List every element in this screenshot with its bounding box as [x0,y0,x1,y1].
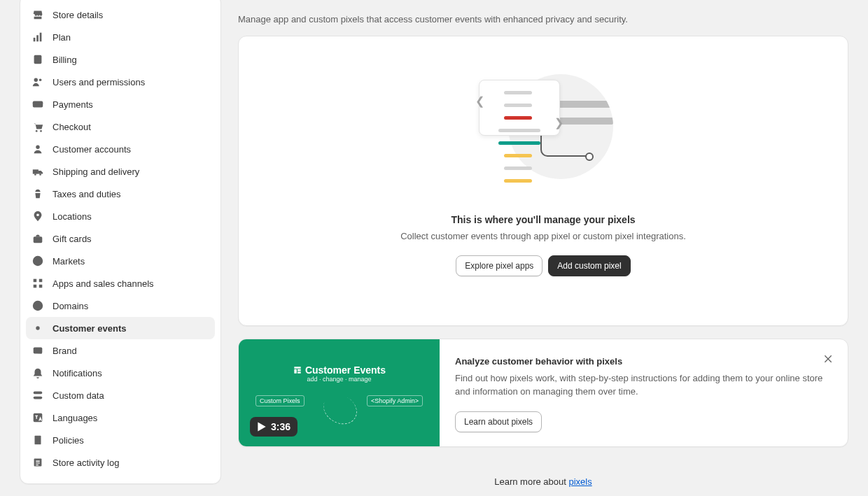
sidebar-item-label: Plan [52,32,71,43]
learn-more-footer: Learn more about pixels [238,476,848,487]
main-content: Pixels Manage app and custom pixels that… [221,0,868,496]
domains-icon [31,299,44,312]
billing-icon [31,53,44,66]
customer-accounts-icon [31,143,44,155]
page-subtitle: Manage app and custom pixels that access… [238,14,848,24]
promo-text: Find out how pixels work, with step-by-s… [455,372,832,399]
close-promo-button[interactable] [818,349,838,369]
sidebar-item-label: Custom data [52,390,104,401]
sidebar-item-domains[interactable]: Domains [26,295,215,317]
pixels-illustration: ❮ ❯ [480,74,606,179]
plan-icon [31,31,44,43]
taxes-icon [31,187,44,200]
sidebar-item-label: Taxes and duties [52,189,121,199]
sidebar-item-label: Policies [52,435,84,446]
promo-video-thumbnail[interactable]: Customer Events add · change · manage Cu… [239,339,440,446]
sidebar-item-label: Languages [52,413,97,423]
settings-sidebar: Store detailsPlanBillingUsers and permis… [0,0,221,496]
pixels-empty-state: ❮ ❯ This is where you'll manage your pix… [238,36,848,326]
sidebar-item-shipping[interactable]: Shipping and delivery [26,160,215,183]
sidebar-item-label: Billing [52,55,77,65]
sidebar-item-taxes[interactable]: Taxes and duties [26,183,215,205]
svg-marker-0 [258,423,265,430]
sidebar-item-label: Notifications [52,368,102,378]
sidebar-item-label: Domains [52,301,88,311]
sidebar-item-activity-log[interactable]: Store activity log [26,451,215,474]
add-custom-pixel-button[interactable]: Add custom pixel [548,255,630,276]
explore-pixel-apps-button[interactable]: Explore pixel apps [456,255,542,276]
sidebar-item-label: Locations [52,211,92,222]
sidebar-item-notifications[interactable]: Notifications [26,362,215,384]
policies-icon [31,434,44,446]
gift-cards-icon [31,232,44,245]
apps-icon [31,277,44,290]
custom-data-icon [31,389,44,402]
sidebar-item-label: Apps and sales channels [52,278,154,289]
notifications-icon [31,367,44,379]
sidebar-item-users[interactable]: Users and permissions [26,71,215,93]
sidebar-item-gift-cards[interactable]: Gift cards [26,227,215,250]
promo-thumb-subtitle: add · change · manage [255,376,423,383]
sidebar-item-brand[interactable]: Brand [26,339,215,362]
promo-card: Customer Events add · change · manage Cu… [238,339,848,447]
pixels-link[interactable]: pixels [568,476,592,487]
promo-thumb-title: Customer Events [305,364,386,376]
sidebar-item-checkout[interactable]: Checkout [26,115,215,138]
empty-state-text: Collect customer events through app pixe… [255,231,831,241]
sidebar-item-label: Brand [52,346,77,356]
sidebar-item-store[interactable]: Store details [26,3,215,26]
sidebar-item-markets[interactable]: Markets [26,250,215,272]
locations-icon [31,210,44,222]
promo-heading: Analyze customer behavior with pixels [455,356,832,367]
sidebar-item-customer-accounts[interactable]: Customer accounts [26,138,215,160]
sidebar-item-label: Gift cards [52,234,92,244]
checkout-icon [31,120,44,133]
empty-state-heading: This is where you'll manage your pixels [255,214,831,225]
sidebar-item-custom-data[interactable]: Custom data [26,384,215,406]
shipping-icon [31,165,44,178]
languages-icon [31,411,44,424]
sidebar-item-billing[interactable]: Billing [26,48,215,71]
sidebar-item-customer-events[interactable]: Customer events [26,317,215,339]
video-duration-badge: 3:36 [250,417,298,437]
sidebar-item-plan[interactable]: Plan [26,26,215,48]
customer-events-icon [31,322,44,334]
activity-log-icon [31,456,44,469]
store-icon [31,8,44,21]
sidebar-item-label: Shipping and delivery [52,166,139,177]
sidebar-item-label: Users and permissions [52,77,145,87]
brand-icon [31,344,44,357]
sidebar-item-apps[interactable]: Apps and sales channels [26,272,215,295]
sidebar-item-languages[interactable]: Languages [26,406,215,429]
users-icon [31,76,44,88]
sidebar-item-label: Store activity log [52,458,119,468]
sidebar-item-label: Customer accounts [52,144,131,155]
sidebar-item-locations[interactable]: Locations [26,205,215,227]
markets-icon [31,255,44,267]
sidebar-item-label: Checkout [52,122,91,132]
close-icon [822,353,834,364]
learn-about-pixels-button[interactable]: Learn about pixels [455,411,542,432]
sidebar-item-payments[interactable]: Payments [26,93,215,115]
sidebar-item-policies[interactable]: Policies [26,429,215,451]
payments-icon [31,98,44,111]
sidebar-item-label: Store details [52,10,103,20]
promo-thumb-right-tag: <Shopify Admin> [367,395,423,406]
sidebar-item-label: Payments [52,99,93,110]
promo-thumb-left-tag: Custom Pixels [255,395,304,406]
sidebar-item-label: Markets [52,256,85,267]
sidebar-item-label: Customer events [52,323,126,334]
